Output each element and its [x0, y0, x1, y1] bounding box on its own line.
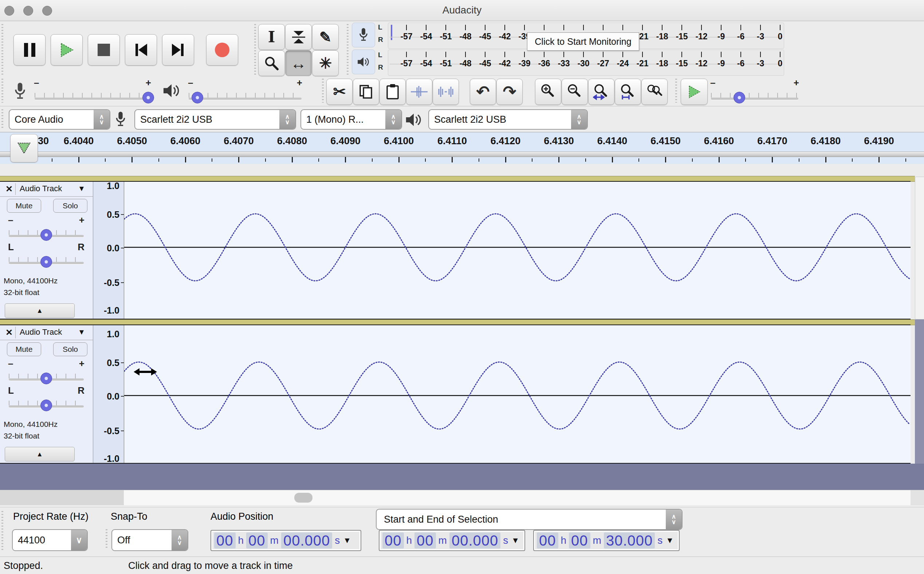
- track-1-menu-caret-icon[interactable]: ▾: [79, 183, 84, 193]
- selection-end-field[interactable]: 00h00m30.000s▼: [533, 530, 680, 551]
- track-1-solo-button[interactable]: Solo: [53, 199, 87, 213]
- fit-selection-button[interactable]: [588, 79, 615, 105]
- project-rate-select[interactable]: 44100 ∨: [12, 529, 88, 551]
- zoom-out-button[interactable]: [561, 79, 588, 105]
- track-1-waveform-area[interactable]: [124, 182, 911, 319]
- track-1-title[interactable]: Audio Track: [20, 184, 62, 193]
- track-1-close-icon[interactable]: ✕: [3, 183, 16, 195]
- output-volume-slider[interactable]: – +: [189, 89, 301, 101]
- time-digits[interactable]: 00: [246, 533, 268, 549]
- meter-tick: [662, 52, 662, 57]
- track-2-control-panel[interactable]: ✕ Audio Track ▾ Mute Solo – + L R: [0, 325, 93, 463]
- play-button[interactable]: [50, 34, 83, 66]
- recording-device-select[interactable]: Scarlett 2i2 USB ∧∨: [134, 109, 296, 130]
- selection-start-field[interactable]: 00h00m00.000s▼: [379, 530, 525, 551]
- copy-button[interactable]: [353, 79, 379, 105]
- silence-button[interactable]: [433, 79, 459, 105]
- track-1-pan-thumb[interactable]: [40, 256, 52, 268]
- track-2-collapse-button[interactable]: ▲: [5, 447, 75, 462]
- horizontal-scrollbar-track[interactable]: [124, 490, 911, 505]
- horizontal-scrollbar-thumb[interactable]: [294, 493, 312, 503]
- track-2-gain-slider[interactable]: – +: [9, 370, 84, 382]
- track-2-title[interactable]: Audio Track: [20, 327, 62, 337]
- redo-button[interactable]: ↷: [497, 79, 523, 105]
- paste-button[interactable]: [380, 79, 406, 105]
- input-volume-thumb[interactable]: [142, 92, 154, 103]
- skip-to-end-button[interactable]: [162, 34, 194, 66]
- timeline-major-tick: [292, 157, 293, 162]
- audio-position-field[interactable]: 00h00m00.000s▼: [211, 530, 361, 551]
- track-2-mute-button[interactable]: Mute: [7, 342, 41, 356]
- pause-button[interactable]: [13, 34, 46, 66]
- cut-button[interactable]: ✂: [326, 79, 353, 105]
- record-button[interactable]: [206, 34, 238, 66]
- track-2-close-icon[interactable]: ✕: [3, 327, 16, 338]
- time-format-dropdown-icon[interactable]: ▼: [343, 536, 351, 545]
- vertical-scrollbar-thumb[interactable]: [915, 177, 924, 319]
- timeline-ruler[interactable]: 306.40406.40506.40606.40706.40806.40906.…: [0, 132, 924, 165]
- time-format-dropdown-icon[interactable]: ▼: [666, 536, 674, 545]
- track-1-vertical-ruler[interactable]: 1.00.50.0-0.5-1.0: [93, 182, 124, 319]
- time-digits[interactable]: 30.000: [604, 533, 655, 549]
- time-digits[interactable]: 00: [382, 533, 404, 549]
- trim-button[interactable]: [406, 79, 432, 105]
- transport-toolbar-grip[interactable]: [2, 24, 3, 75]
- tools-toolbar-grip[interactable]: [254, 24, 256, 75]
- undo-button[interactable]: ↶: [470, 79, 496, 105]
- skip-to-start-button[interactable]: [125, 34, 157, 66]
- playback-speed-thumb[interactable]: [733, 92, 745, 103]
- track-2-pan-thumb[interactable]: [40, 399, 52, 411]
- snap-to-select[interactable]: Off ∧∨: [112, 529, 188, 551]
- time-digits[interactable]: 00: [214, 533, 236, 549]
- mixer-toolbar-grip[interactable]: [2, 79, 3, 103]
- audio-host-select[interactable]: Core Audio ∧∨: [9, 109, 110, 130]
- track-1-pan-slider[interactable]: L R: [9, 253, 84, 265]
- timeline-pin-button[interactable]: [10, 134, 38, 162]
- monitoring-tooltip[interactable]: Click to Start Monitoring: [527, 32, 639, 50]
- envelope-tool-button[interactable]: [285, 24, 312, 50]
- time-digits[interactable]: 00: [415, 533, 436, 549]
- edit-toolbar-grip[interactable]: [322, 79, 324, 103]
- selection-toolbar-grip[interactable]: [2, 511, 3, 552]
- input-volume-slider[interactable]: – +: [35, 89, 150, 101]
- recording-channels-select[interactable]: 1 (Mono) R... ∧∨: [301, 109, 402, 130]
- zoom-tool-button[interactable]: [258, 50, 285, 76]
- zoom-toggle-button[interactable]: [642, 79, 668, 105]
- track-2-vertical-ruler[interactable]: 1.00.50.0-0.5-1.0: [93, 325, 124, 463]
- track-1-gain-slider[interactable]: – +: [9, 226, 84, 238]
- play-at-speed-button[interactable]: [681, 79, 708, 105]
- output-volume-thumb[interactable]: [192, 92, 203, 103]
- recording-meter[interactable]: Click to Start Monitoring -57-54-51-48-4…: [388, 22, 784, 49]
- device-toolbar-grip[interactable]: [2, 109, 3, 128]
- track-2-waveform-area[interactable]: [124, 325, 911, 463]
- time-digits[interactable]: 00: [569, 533, 590, 549]
- track-1-mute-button[interactable]: Mute: [7, 199, 41, 213]
- track-2-gain-thumb[interactable]: [40, 372, 52, 384]
- time-digits[interactable]: 00.000: [449, 533, 500, 549]
- track-1-control-panel[interactable]: ✕ Audio Track ▾ Mute Solo – + L R: [0, 182, 93, 319]
- time-digits[interactable]: 00.000: [281, 533, 332, 549]
- track-1-collapse-button[interactable]: ▲: [5, 303, 75, 318]
- timeshift-tool-button[interactable]: ↔: [285, 50, 312, 76]
- selection-mode-select[interactable]: Start and End of Selection ∧∨: [376, 509, 683, 530]
- track-2-menu-caret-icon[interactable]: ▾: [79, 327, 84, 337]
- multi-tool-button[interactable]: ✳: [312, 50, 339, 76]
- meter-toolbar-grip[interactable]: [347, 24, 348, 75]
- playspeed-toolbar-grip[interactable]: [675, 79, 677, 103]
- time-format-dropdown-icon[interactable]: ▼: [511, 536, 519, 545]
- draw-tool-button[interactable]: ✎: [312, 24, 339, 50]
- fit-project-button[interactable]: [615, 79, 641, 105]
- selection-tool-button[interactable]: I: [258, 24, 285, 50]
- vertical-scrollbar-track[interactable]: [915, 319, 924, 464]
- playback-meter[interactable]: -57-54-51-48-45-42-39-36-33-30-27-24-21-…: [388, 49, 784, 76]
- playback-device-select[interactable]: Scarlett 2i2 USB ∧∨: [428, 109, 588, 130]
- recording-meter-mic-button[interactable]: [352, 22, 375, 47]
- playback-speed-slider[interactable]: – +: [711, 89, 798, 101]
- track-2-pan-slider[interactable]: L R: [9, 397, 84, 409]
- stop-button[interactable]: [88, 34, 120, 66]
- playback-meter-speaker-button[interactable]: [352, 49, 375, 74]
- track-2-solo-button[interactable]: Solo: [53, 342, 87, 356]
- time-digits[interactable]: 00: [537, 533, 558, 549]
- zoom-in-button[interactable]: [535, 79, 561, 105]
- track-1-gain-thumb[interactable]: [40, 229, 52, 241]
